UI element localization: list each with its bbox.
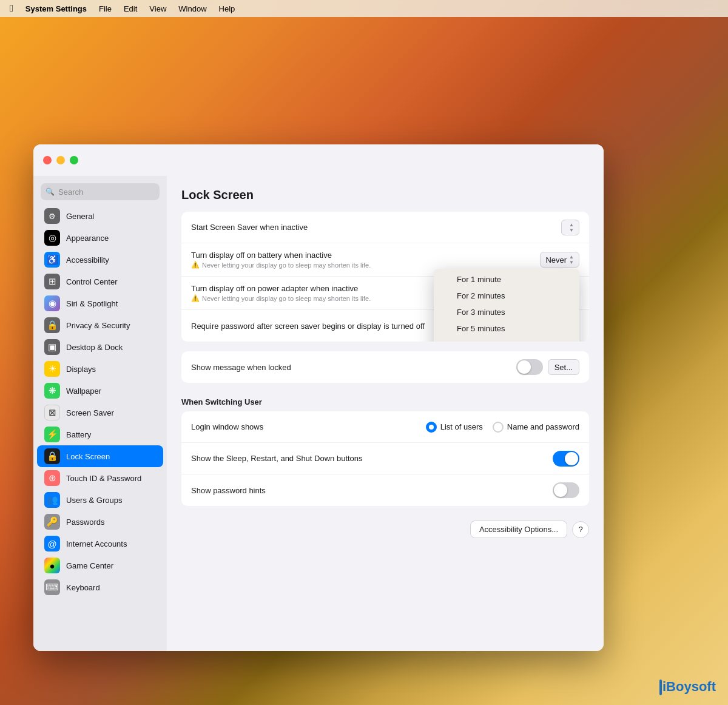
show-message-row: Show message when locked Set... (181, 351, 589, 383)
sidebar-item-internet[interactable]: @ Internet Accounts (37, 533, 163, 555)
sidebar-label-screensaver: Screen Saver (66, 408, 114, 417)
radio-list-users[interactable]: List of users (426, 422, 483, 433)
menu-edit[interactable]: Edit (124, 4, 137, 13)
show-message-label: Show message when locked (191, 363, 516, 372)
sleep-toggle-knob (565, 452, 578, 465)
screen-saver-stepper[interactable]: ▲▼ (561, 220, 579, 235)
touchid-icon: ⊛ (44, 470, 60, 486)
page-title: Lock Screen (181, 188, 589, 202)
sidebar-item-desktop[interactable]: ▣ Desktop & Dock (37, 336, 163, 358)
display-battery-row: Turn display off on battery when inactiv… (181, 243, 589, 277)
password-hints-row: Show password hints (181, 474, 589, 506)
bottom-actions: Accessibility Options... ? (181, 516, 589, 543)
battery-value: Never (545, 255, 567, 265)
screensaver-icon: ⊠ (44, 405, 60, 420)
adapter-warning-icon: ⚠️ (191, 294, 200, 302)
title-bar (33, 144, 604, 176)
apple-menu[interactable]:  (10, 3, 13, 14)
dropdown-item[interactable]: For 10 minutes (434, 337, 579, 342)
toggle-knob (517, 360, 531, 374)
battery-dropdown-wrapper: Never ▲▼ For 1 minuteFor 2 minutesFor 3 … (540, 252, 579, 268)
close-button[interactable] (43, 156, 52, 164)
maximize-button[interactable] (70, 156, 78, 164)
menu-window[interactable]: Window (178, 4, 206, 13)
dropdown-item[interactable]: For 5 minutes (434, 320, 579, 337)
minimize-button[interactable] (56, 156, 65, 164)
accessibility-options-button[interactable]: Accessibility Options... (470, 521, 567, 538)
switching-section-title: When Switching User (181, 393, 589, 406)
sidebar-item-appearance[interactable]: ◎ Appearance (37, 227, 163, 249)
appearance-icon: ◎ (44, 230, 60, 246)
menu-system-settings[interactable]: System Settings (25, 4, 87, 13)
lockscreen-icon: 🔒 (44, 448, 60, 464)
display-battery-right: Never ▲▼ For 1 minuteFor 2 minutesFor 3 … (540, 252, 579, 268)
login-window-label: Login window shows (191, 422, 426, 431)
dropdown-item[interactable]: For 3 minutes (434, 304, 579, 320)
sidebar-label-appearance: Appearance (66, 234, 109, 243)
menu-bar:  System Settings File Edit View Window … (0, 0, 728, 17)
battery-stepper-arrows: ▲▼ (569, 254, 574, 265)
sidebar-item-control-center[interactable]: ⊞ Control Center (37, 271, 163, 292)
desktop-icon: ▣ (44, 339, 60, 355)
watermark: iBoysoft (659, 679, 716, 695)
stepper-arrows: ▲▼ (569, 222, 574, 233)
sidebar-label-displays: Displays (66, 365, 96, 374)
radio-label-list: List of users (440, 422, 483, 431)
sleep-restart-toggle[interactable] (553, 451, 579, 467)
sidebar-label-desktop: Desktop & Dock (66, 343, 123, 352)
sidebar-label-touchid: Touch ID & Password (66, 474, 141, 483)
settings-group-display: Start Screen Saver when inactive ▲▼ (181, 212, 589, 342)
sidebar-item-lockscreen[interactable]: 🔒 Lock Screen (37, 445, 163, 467)
battery-dropdown-trigger[interactable]: Never ▲▼ (540, 252, 579, 268)
show-message-right: Set... (516, 359, 579, 375)
search-box[interactable]: 🔍 Search (41, 183, 160, 200)
sidebar-item-battery[interactable]: ⚡ Battery (37, 423, 163, 445)
display-adapter-warning-text: Never letting your display go to sleep m… (202, 295, 371, 302)
screen-saver-left: Start Screen Saver when inactive (191, 223, 561, 232)
search-icon: 🔍 (46, 187, 55, 196)
show-message-left: Show message when locked (191, 363, 516, 372)
sidebar-item-displays[interactable]: ☀ Displays (37, 358, 163, 380)
sidebar: 🔍 Search ⚙ General ◎ Appearance ♿ Access… (33, 176, 167, 651)
sleep-restart-row: Show the Sleep, Restart, and Shut Down b… (181, 443, 589, 474)
sidebar-item-gamecenter[interactable]: ● Game Center (37, 555, 163, 576)
password-hints-right (553, 482, 579, 498)
radio-label-name: Name and password (507, 422, 579, 431)
radio-circle-name (493, 422, 504, 433)
menu-file[interactable]: File (99, 4, 112, 13)
sleep-restart-label: Show the Sleep, Restart, and Shut Down b… (191, 454, 553, 463)
help-button[interactable]: ? (572, 521, 589, 538)
sidebar-item-keyboard[interactable]: ⌨ Keyboard (37, 576, 163, 598)
sidebar-item-passwords[interactable]: 🔑 Passwords (37, 511, 163, 533)
radio-inner-list (429, 425, 434, 430)
radio-name-password[interactable]: Name and password (493, 422, 579, 433)
dropdown-item[interactable]: For 1 minute (434, 271, 579, 288)
login-window-right: List of users Name and password (426, 422, 579, 433)
menu-view[interactable]: View (149, 4, 166, 13)
login-window-left: Login window shows (191, 422, 426, 431)
sidebar-item-screensaver[interactable]: ⊠ Screen Saver (37, 402, 163, 423)
sleep-restart-left: Show the Sleep, Restart, and Shut Down b… (191, 454, 553, 463)
passwords-icon: 🔑 (44, 514, 60, 530)
sidebar-item-users[interactable]: 👥 Users & Groups (37, 489, 163, 511)
sidebar-item-touchid[interactable]: ⊛ Touch ID & Password (37, 467, 163, 489)
sidebar-label-accessibility: Accessibility (66, 255, 109, 265)
set-button[interactable]: Set... (548, 359, 579, 375)
sidebar-item-accessibility[interactable]: ♿ Accessibility (37, 249, 163, 271)
show-message-toggle[interactable] (516, 359, 543, 375)
menu-help[interactable]: Help (219, 4, 235, 13)
sidebar-item-siri[interactable]: ◉ Siri & Spotlight (37, 292, 163, 314)
password-hints-left: Show password hints (191, 486, 553, 495)
main-content: Lock Screen Start Screen Saver when inac… (167, 176, 604, 651)
window-body: 🔍 Search ⚙ General ◎ Appearance ♿ Access… (33, 176, 604, 651)
battery-dropdown-menu: For 1 minuteFor 2 minutesFor 3 minutesFo… (434, 269, 579, 342)
sidebar-item-privacy[interactable]: 🔒 Privacy & Security (37, 314, 163, 336)
radio-circle-list (426, 422, 437, 433)
login-window-row: Login window shows List of users (181, 411, 589, 443)
sidebar-item-wallpaper[interactable]: ❋ Wallpaper (37, 380, 163, 402)
sidebar-label-privacy: Privacy & Security (66, 321, 130, 330)
sidebar-item-general[interactable]: ⚙ General (37, 205, 163, 227)
password-hints-toggle[interactable] (553, 482, 579, 498)
system-settings-window: 🔍 Search ⚙ General ◎ Appearance ♿ Access… (33, 144, 604, 651)
dropdown-item[interactable]: For 2 minutes (434, 288, 579, 304)
